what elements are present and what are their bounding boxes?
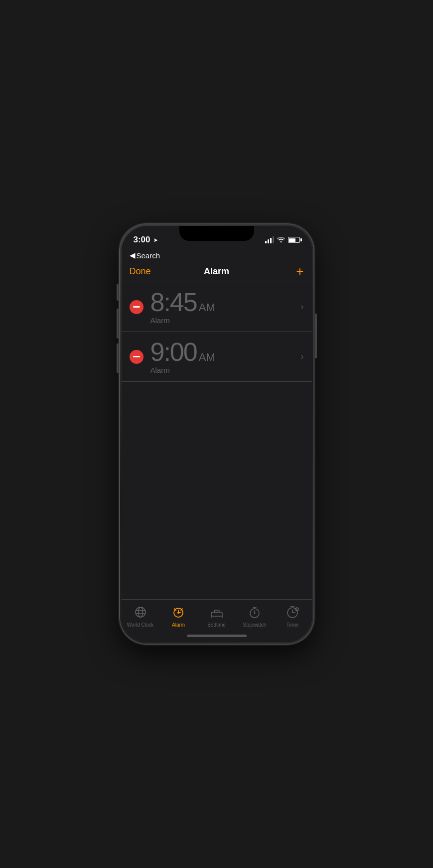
tab-alarm-label: Alarm bbox=[172, 622, 185, 628]
globe-icon bbox=[134, 606, 147, 621]
alarm-item-1[interactable]: 8:45 AM Alarm › bbox=[122, 282, 312, 332]
alarm-1-label: Alarm bbox=[150, 316, 297, 325]
back-arrow-icon: ◀ bbox=[130, 251, 136, 260]
battery-icon bbox=[288, 237, 300, 243]
tab-bedtime-label: Bedtime bbox=[207, 622, 226, 628]
app-screen: 3:00 ➤ bbox=[122, 226, 312, 642]
alarm-2-label: Alarm bbox=[150, 366, 297, 374]
alarm-2-chevron-icon: › bbox=[301, 351, 304, 362]
navigation-bar: Done Alarm + bbox=[122, 262, 312, 282]
svg-point-0 bbox=[136, 607, 145, 617]
alarm-2-time: 9:00 AM bbox=[150, 339, 297, 365]
power-button bbox=[315, 314, 317, 358]
done-button[interactable]: Done bbox=[130, 266, 173, 277]
tab-stopwatch-label: Stopwatch bbox=[243, 622, 267, 628]
svg-point-1 bbox=[138, 607, 143, 617]
back-label: Search bbox=[137, 251, 160, 260]
alarm-1-time: 8:45 AM bbox=[150, 289, 297, 315]
back-link[interactable]: ◀ Search bbox=[130, 251, 304, 260]
minus-icon bbox=[133, 306, 140, 308]
svg-point-16 bbox=[254, 613, 255, 614]
stopwatch-icon bbox=[248, 606, 261, 621]
tab-timer-label: Timer bbox=[287, 622, 299, 628]
back-navigation: ◀ Search bbox=[122, 250, 312, 262]
delete-alarm-1-button[interactable] bbox=[130, 300, 144, 314]
notch bbox=[179, 226, 254, 241]
alarm-clock-icon bbox=[172, 606, 185, 621]
home-indicator bbox=[122, 632, 312, 642]
svg-rect-10 bbox=[211, 612, 222, 616]
add-alarm-button[interactable]: + bbox=[260, 265, 304, 278]
signal-icon bbox=[265, 236, 274, 243]
bed-icon bbox=[210, 606, 223, 621]
location-arrow-icon: ➤ bbox=[153, 237, 157, 243]
alarm-2-time-value: 9:00 bbox=[150, 339, 197, 365]
tab-alarm[interactable]: Alarm bbox=[159, 604, 197, 630]
time-display: 3:00 bbox=[134, 235, 150, 245]
tab-bar: World Clock Alarm bbox=[122, 599, 312, 632]
timer-icon bbox=[286, 606, 299, 621]
delete-alarm-2-button[interactable] bbox=[130, 350, 144, 364]
page-title: Alarm bbox=[173, 266, 260, 277]
tab-world-clock[interactable]: World Clock bbox=[122, 604, 159, 630]
alarm-1-period: AM bbox=[199, 301, 215, 314]
alarm-2-period: AM bbox=[199, 351, 215, 364]
tab-bedtime[interactable]: Bedtime bbox=[197, 604, 235, 630]
minus-icon bbox=[133, 356, 140, 357]
alarm-item-2[interactable]: 9:00 AM Alarm › bbox=[122, 332, 312, 382]
mute-button bbox=[117, 284, 119, 301]
svg-rect-11 bbox=[214, 610, 219, 612]
svg-point-9 bbox=[177, 612, 179, 614]
tab-world-clock-label: World Clock bbox=[127, 622, 154, 628]
status-time: 3:00 ➤ bbox=[134, 235, 157, 245]
tab-stopwatch[interactable]: Stopwatch bbox=[236, 604, 274, 630]
phone-frame: 3:00 ➤ bbox=[120, 224, 314, 644]
home-bar bbox=[187, 635, 247, 637]
volume-down-button bbox=[117, 343, 119, 373]
alarm-1-chevron-icon: › bbox=[301, 302, 304, 312]
alarm-2-info: 9:00 AM Alarm bbox=[150, 339, 297, 374]
volume-up-button bbox=[117, 309, 119, 338]
alarm-1-time-value: 8:45 bbox=[150, 289, 197, 315]
battery-fill bbox=[289, 238, 295, 242]
phone-screen: 3:00 ➤ bbox=[122, 226, 312, 642]
alarm-list: 8:45 AM Alarm › 9:00 AM bbox=[122, 282, 312, 599]
wifi-icon bbox=[277, 236, 285, 244]
alarm-1-info: 8:45 AM Alarm bbox=[150, 289, 297, 325]
tab-timer[interactable]: Timer bbox=[274, 604, 311, 630]
status-right-icons bbox=[265, 236, 300, 244]
